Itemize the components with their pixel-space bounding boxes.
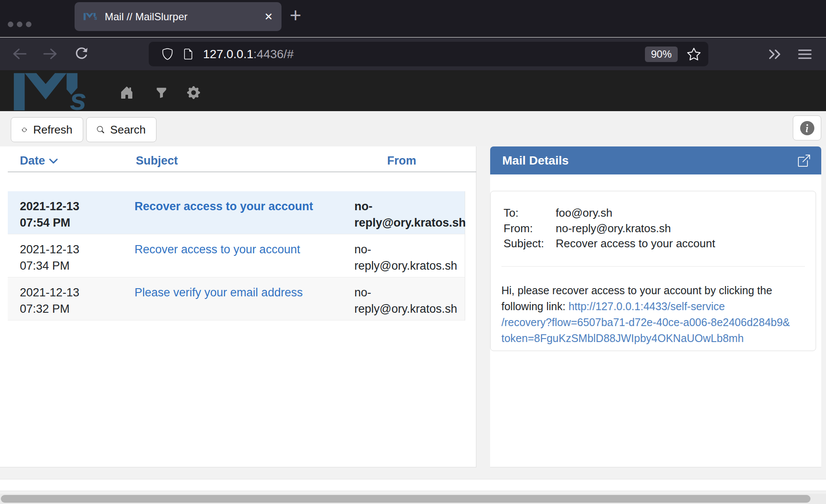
tab-close-icon[interactable]: ✕ bbox=[264, 12, 273, 22]
search-icon bbox=[97, 124, 104, 135]
mail-row[interactable]: 2021-12-13 07:32 PM Please verify your e… bbox=[8, 277, 465, 320]
column-header-date[interactable]: Date bbox=[20, 154, 58, 168]
page-info-icon[interactable] bbox=[183, 49, 194, 59]
browser-window: s Mail // MailSlurper ✕ + 127.0.0.1:4436… bbox=[0, 0, 826, 504]
svg-text:s: s bbox=[70, 82, 87, 111]
tab-title: Mail // MailSlurper bbox=[105, 11, 188, 23]
zoom-level-badge[interactable]: 90% bbox=[645, 47, 678, 62]
window-controls bbox=[8, 22, 31, 27]
app-toolbar: Refresh Search bbox=[0, 111, 826, 146]
refresh-label: Refresh bbox=[33, 123, 72, 137]
mail-row[interactable]: 2021-12-13 07:34 PM Recover access to yo… bbox=[8, 234, 465, 277]
info-button[interactable] bbox=[793, 115, 821, 140]
from-label: From: bbox=[504, 221, 556, 236]
mailslurper-favicon: s bbox=[83, 13, 99, 20]
mail-date: 2021-12-13 07:32 PM bbox=[20, 284, 111, 317]
url-text: 127.0.0.1:4436/# bbox=[203, 47, 294, 61]
overflow-chevrons-icon[interactable] bbox=[767, 48, 783, 61]
reload-icon[interactable] bbox=[74, 47, 89, 61]
mail-list-panel: Date Subject From 2021-12-13 07:54 PM Re… bbox=[0, 146, 476, 467]
window-close-button[interactable] bbox=[8, 22, 13, 27]
tracking-shield-icon[interactable] bbox=[162, 48, 173, 60]
scrollbar-thumb[interactable] bbox=[1, 495, 810, 503]
url-host: 127.0.0.1 bbox=[203, 47, 253, 61]
forward-icon[interactable] bbox=[42, 47, 59, 61]
info-icon bbox=[800, 121, 814, 135]
back-icon[interactable] bbox=[11, 47, 28, 61]
mail-subject-link[interactable]: Recover access to your account bbox=[135, 198, 324, 215]
subject-value: Recover access to your account bbox=[556, 237, 715, 250]
field-subject: Subject:Recover access to your account bbox=[504, 236, 715, 251]
search-button[interactable]: Search bbox=[86, 117, 156, 142]
mail-from: no-reply@ory.kratos.sh bbox=[354, 198, 463, 231]
to-value: foo@ory.sh bbox=[556, 206, 612, 219]
filter-funnel-icon[interactable] bbox=[156, 87, 167, 99]
body-text-line2: following link: bbox=[501, 300, 569, 312]
mail-subject-link[interactable]: Please verify your email address bbox=[135, 284, 324, 301]
mail-details-panel: To:foo@ory.sh From:no-reply@ory.kratos.s… bbox=[490, 174, 821, 467]
sort-chevron-down-icon bbox=[49, 156, 58, 166]
card-divider bbox=[501, 266, 805, 267]
window-zoom-button[interactable] bbox=[26, 22, 31, 27]
svg-text:s: s bbox=[94, 15, 97, 20]
mail-rows: 2021-12-13 07:54 PM Recover access to yo… bbox=[8, 191, 465, 320]
subject-label: Subject: bbox=[504, 236, 556, 251]
footer-strip bbox=[0, 479, 826, 491]
mailslurper-logo: s bbox=[12, 72, 94, 111]
mailslurper-header: s bbox=[0, 70, 826, 111]
mail-details-card: To:foo@ory.sh From:no-reply@ory.kratos.s… bbox=[490, 191, 816, 351]
body-text-line1: Hi, please recover access to your accoun… bbox=[501, 284, 772, 296]
url-path: :4436/# bbox=[253, 47, 294, 61]
mail-details-header: Mail Details bbox=[490, 146, 821, 174]
refresh-icon bbox=[22, 124, 27, 136]
tab-bar: s Mail // MailSlurper ✕ + bbox=[0, 0, 826, 37]
tab-mailslurper[interactable]: s Mail // MailSlurper ✕ bbox=[75, 2, 282, 31]
to-label: To: bbox=[504, 205, 556, 221]
field-from: From:no-reply@ory.kratos.sh bbox=[504, 221, 671, 236]
settings-gear-icon[interactable] bbox=[187, 86, 200, 99]
refresh-button[interactable]: Refresh bbox=[11, 117, 83, 142]
menu-hamburger-icon[interactable] bbox=[798, 49, 812, 60]
new-tab-button[interactable]: + bbox=[290, 4, 301, 26]
home-icon[interactable] bbox=[120, 86, 134, 100]
mail-date: 2021-12-13 07:54 PM bbox=[20, 198, 111, 231]
open-external-icon[interactable] bbox=[798, 155, 810, 167]
mail-from: no-reply@ory.kratos.sh bbox=[354, 284, 463, 317]
table-header-divider bbox=[8, 171, 476, 172]
mail-subject-link[interactable]: Recover access to your account bbox=[135, 241, 324, 258]
bookmark-star-icon[interactable] bbox=[687, 47, 701, 61]
window-minimize-button[interactable] bbox=[17, 22, 22, 27]
navigation-toolbar: 127.0.0.1:4436/# 90% bbox=[0, 37, 826, 70]
search-label: Search bbox=[110, 123, 146, 137]
column-header-subject[interactable]: Subject bbox=[136, 154, 178, 168]
mail-date: 2021-12-13 07:34 PM bbox=[20, 241, 111, 274]
mail-row-selected[interactable]: 2021-12-13 07:54 PM Recover access to yo… bbox=[8, 191, 465, 234]
mail-from: no-reply@ory.kratos.sh bbox=[354, 241, 463, 274]
from-value: no-reply@ory.kratos.sh bbox=[556, 222, 671, 235]
mail-body: Hi, please recover access to your accoun… bbox=[501, 283, 808, 346]
column-header-from[interactable]: From bbox=[387, 154, 416, 168]
url-bar[interactable]: 127.0.0.1:4436/# 90% bbox=[149, 42, 708, 66]
mail-details-title: Mail Details bbox=[502, 154, 569, 168]
horizontal-scrollbar[interactable] bbox=[0, 494, 826, 504]
field-to: To:foo@ory.sh bbox=[504, 205, 612, 221]
